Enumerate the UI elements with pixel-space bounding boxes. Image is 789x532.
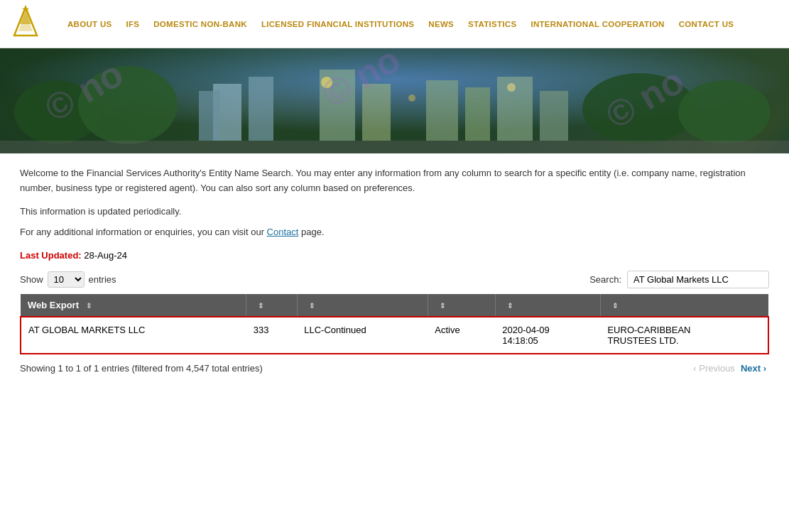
- data-table: Web Export ⇕ ⇕ ⇕ ⇕ ⇕ ⇕: [20, 294, 769, 354]
- pagination-info: Showing 1 to 1 of 1 entries (filtered fr…: [20, 363, 263, 374]
- nav-about-us[interactable]: ABOUT US: [60, 20, 119, 28]
- svg-rect-11: [249, 77, 273, 141]
- pagination-nav: ‹ Previous Next ›: [693, 362, 769, 375]
- contact-link[interactable]: Contact: [267, 227, 299, 237]
- last-updated: Last Updated: 28-Aug-24: [20, 250, 769, 261]
- nav-news[interactable]: NEWS: [421, 20, 461, 28]
- show-label: Show: [20, 274, 43, 285]
- show-entries: Show 10 25 50 100 entries: [20, 271, 116, 288]
- next-button[interactable]: Next ›: [738, 362, 769, 375]
- contact-prefix: For any additional information or enquir…: [20, 227, 267, 237]
- table-cell-6: EURO-CARIBBEAN TRUSTEES LTD.: [600, 317, 768, 354]
- entries-label: entries: [89, 274, 116, 285]
- search-box: Search:: [589, 271, 769, 288]
- svg-point-22: [408, 94, 415, 102]
- col-web-export[interactable]: Web Export ⇕: [21, 294, 246, 317]
- table-cell-4: Active: [428, 317, 495, 354]
- col-5[interactable]: ⇕: [495, 294, 600, 317]
- col-2[interactable]: ⇕: [246, 294, 297, 317]
- svg-point-7: [78, 66, 178, 144]
- col-6[interactable]: ⇕: [600, 294, 768, 317]
- search-input[interactable]: [627, 271, 769, 288]
- svg-rect-19: [0, 141, 789, 153]
- svg-rect-14: [362, 84, 391, 141]
- col-4[interactable]: ⇕: [428, 294, 495, 317]
- col-web-export-label: Web Export: [28, 300, 79, 310]
- search-label: Search:: [589, 274, 621, 285]
- update-text: This information is updated periodically…: [20, 206, 769, 217]
- nav-licensed-fi[interactable]: LICENSED FINANCIAL INSTITUTIONS: [254, 20, 421, 28]
- nav-domestic-non-bank[interactable]: DOMESTIC NON-BANK: [146, 20, 254, 28]
- svg-rect-18: [540, 91, 568, 141]
- nav-ifs[interactable]: IFS: [119, 20, 146, 28]
- last-updated-label: Last Updated:: [20, 250, 82, 261]
- pagination-bar: Showing 1 to 1 of 1 entries (filtered fr…: [20, 362, 769, 375]
- sort-arrows-2: ⇕: [258, 302, 263, 310]
- sort-arrows-5: ⇕: [507, 302, 513, 310]
- table-row: AT GLOBAL MARKETS LLC333LLC-ContinuedAct…: [21, 317, 768, 354]
- nav-intl-coop[interactable]: INTERNATIONAL COOPERATION: [523, 20, 671, 28]
- svg-point-20: [321, 77, 332, 88]
- col-3[interactable]: ⇕: [297, 294, 428, 317]
- contact-suffix: page.: [298, 227, 324, 237]
- table-cell-1: AT GLOBAL MARKETS LLC: [21, 317, 246, 354]
- sort-arrows-1: ⇕: [86, 302, 92, 310]
- svg-rect-12: [199, 91, 220, 141]
- previous-disabled: ‹ Previous: [693, 363, 735, 374]
- table-cell-5: 2020-04-09 14:18:05: [495, 317, 600, 354]
- svg-point-21: [507, 83, 516, 92]
- intro-paragraph-1: Welcome to the Financial Services Author…: [20, 166, 769, 196]
- hero-banner: © no © no © no: [0, 48, 789, 153]
- nav-links: ABOUT US IFS DOMESTIC NON-BANK LICENSED …: [60, 20, 782, 28]
- svg-rect-16: [465, 87, 490, 141]
- last-updated-date: 28-Aug-24: [84, 250, 127, 261]
- table-cell-3: LLC-Continued: [297, 317, 428, 354]
- nav-contact-us[interactable]: CONTACT US: [672, 20, 741, 28]
- logo[interactable]: [7, 4, 46, 43]
- entries-select[interactable]: 10 25 50 100: [48, 271, 85, 288]
- nav-statistics[interactable]: STATISTICS: [461, 20, 523, 28]
- sort-arrows-4: ⇕: [440, 302, 445, 310]
- navigation: ABOUT US IFS DOMESTIC NON-BANK LICENSED …: [0, 0, 789, 48]
- table-controls: Show 10 25 50 100 entries Search:: [20, 271, 769, 288]
- main-content: Welcome to the Financial Services Author…: [0, 153, 789, 382]
- sort-arrows-6: ⇕: [612, 302, 618, 310]
- contact-paragraph: For any additional information or enquir…: [20, 227, 769, 237]
- svg-point-9: [678, 80, 771, 144]
- sort-arrows-3: ⇕: [309, 302, 315, 310]
- table-cell-2: 333: [246, 317, 297, 354]
- svg-rect-15: [426, 80, 458, 141]
- table-header-row: Web Export ⇕ ⇕ ⇕ ⇕ ⇕ ⇕: [21, 294, 768, 317]
